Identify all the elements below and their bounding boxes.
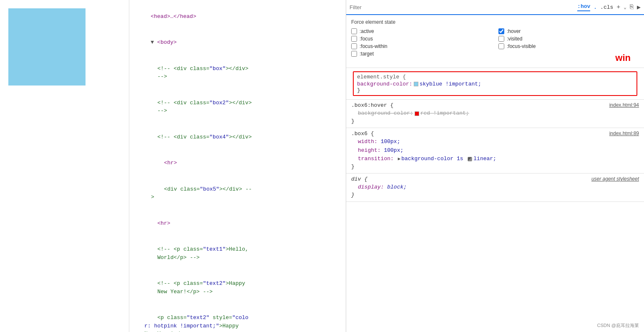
triangle-down-icon: ▼ <box>151 39 157 45</box>
dom-line-body-open[interactable]: ▼ <body> <box>129 30 346 56</box>
visited-checkbox[interactable] <box>498 36 504 42</box>
rule-close-3: } <box>351 192 639 198</box>
rule-div-ua: div { user agent stylesheet display: blo… <box>346 174 644 202</box>
prop-transition-val: background-color 1s <box>401 155 463 163</box>
subscript-icon: ⌄ <box>624 5 626 10</box>
dom-line-p[interactable]: <p class="text2" style="color: hotpink !… <box>129 305 346 332</box>
hov-button[interactable]: :hov <box>577 3 590 11</box>
target-label: :target <box>360 51 374 57</box>
rule-box6-hover-prop: background-color: red !important; <box>351 109 639 118</box>
focus-label: :focus <box>360 36 373 42</box>
force-state-visited[interactable]: :visited <box>498 36 639 42</box>
dom-line-box5[interactable]: <div class="box5"></div> --> <box>129 176 346 210</box>
rule-box6-selector: .box6 { index.html:89 <box>351 131 639 137</box>
hov-dot: . <box>594 4 597 10</box>
rule-div-selector: div { user agent stylesheet <box>351 176 639 182</box>
rule-box6: .box6 { index.html:89 width: 100px; heig… <box>346 128 644 174</box>
hover-checkbox[interactable] <box>498 28 504 34</box>
cls-button[interactable]: .cls <box>600 4 613 10</box>
dom-comment-text1: <!-- <p class="text1">Hello, World</p> -… <box>144 246 249 261</box>
active-checkbox[interactable] <box>351 28 357 34</box>
force-state-section: Force element state :active :focus :focu… <box>346 15 644 68</box>
hover-label: :hover <box>507 28 521 34</box>
dom-comment-box2: <!-- <div class="box2"></div> --> <box>144 100 252 114</box>
prop-display-name: display: <box>358 183 384 192</box>
csdn-footer: CSDN @庇耳拉海莱 <box>597 322 639 329</box>
red-swatch-icon[interactable] <box>415 111 419 116</box>
force-state-active[interactable]: :active <box>351 28 492 34</box>
force-state-focus-visible[interactable]: :focus-visible <box>498 43 639 49</box>
force-state-hover[interactable]: :hover <box>498 28 639 34</box>
dom-tag-hr1: <hr> <box>164 160 177 166</box>
dom-tag-box5: <div class="box5"></div> --> <box>151 186 252 201</box>
force-state-focus-within[interactable]: :focus-within <box>351 43 492 49</box>
rule-close-1: } <box>351 118 639 124</box>
prop-height-name: height: <box>358 146 381 155</box>
dom-comment-box: <!-- <div class="box"></div> --> <box>144 65 249 80</box>
selector-text-box6: .box6 { <box>351 131 374 137</box>
dom-line-comment5[interactable]: <!-- <p class="text2">Happy New Year!</p… <box>129 271 346 305</box>
dom-tag-head: <head>…</head> <box>151 13 196 20</box>
selector-text-div: div { <box>351 176 367 182</box>
rule-div-display: display: block; <box>351 183 639 192</box>
selector-text: .box6:hover { <box>351 102 393 108</box>
filter-input[interactable] <box>350 4 574 10</box>
focus-checkbox[interactable] <box>351 36 357 42</box>
dom-line-hr2[interactable]: <hr> <box>129 210 346 236</box>
source-ua: user agent stylesheet <box>591 176 639 182</box>
force-state-grid: :active :focus :focus-within :target <box>351 28 639 63</box>
preview-box <box>8 8 86 86</box>
dom-line-comment3[interactable]: <!-- <div class="box4"></div> <box>129 124 346 150</box>
dom-comment-text2: <!-- <p class="text2">Happy New Year!</p… <box>144 280 245 295</box>
prop-background-color-strikethrough: background-color: <box>358 109 413 118</box>
force-state-focus[interactable]: :focus <box>351 36 492 42</box>
focus-visible-checkbox[interactable] <box>498 43 504 49</box>
focus-within-label: :focus-within <box>360 43 387 49</box>
source-link-89[interactable]: index.html:89 <box>609 131 639 136</box>
source-link-94[interactable]: index.html:94 <box>609 102 639 108</box>
element-style-prop-name: background-color: <box>357 81 413 87</box>
rule-box6-hover: .box6:hover { index.html:94 background-c… <box>346 100 644 128</box>
prop-transition-name: transition: <box>358 155 394 163</box>
rule-box6-width: width: 100px; <box>351 138 639 146</box>
css-toolbar: :hov . .cls + ⌄ ⎘ ▶ <box>346 0 644 15</box>
prop-width-val: 100px; <box>381 138 400 146</box>
prop-width-name: width: <box>358 138 377 146</box>
css-panel: :hov . .cls + ⌄ ⎘ ▶ Force element state … <box>346 0 644 332</box>
element-style-selector: element.style { <box>357 74 633 80</box>
force-state-target[interactable]: :target <box>351 51 492 57</box>
visited-label: :visited <box>507 36 522 42</box>
rule-box6-height: height: 100px; <box>351 146 639 155</box>
dom-tag-hr2: <hr> <box>157 220 170 226</box>
element-style-close: } <box>357 87 633 93</box>
prop-display-val: block; <box>387 183 407 192</box>
prop-red-value: red !important; <box>420 109 469 118</box>
rule-close-2: } <box>351 163 639 170</box>
element-style-block: element.style { background-color: skyblu… <box>353 71 637 96</box>
target-checkbox[interactable] <box>351 51 357 57</box>
dom-tag-body: <body> <box>157 39 177 45</box>
element-style-prop: background-color: skyblue !important; <box>357 81 633 87</box>
rule-box6-transition: transition: ▶ background-color 1s linear… <box>351 155 639 163</box>
dom-line-head[interactable]: <head>…</head> <box>129 3 346 30</box>
triangle-icon: ▶ <box>398 156 401 163</box>
add-rule-button[interactable]: + <box>616 4 620 11</box>
prop-transition-linear: linear; <box>473 155 496 163</box>
dom-tag-p: <p class="text2" style="color: hotpink !… <box>144 314 249 332</box>
skyblue-swatch-icon[interactable] <box>414 82 418 86</box>
dom-comment-box4: <!-- <div class="box4"></div> <box>157 134 252 140</box>
copy-button[interactable]: ⎘ <box>630 4 634 11</box>
play-button[interactable]: ▶ <box>637 3 641 11</box>
force-state-title: Force element state <box>351 19 639 25</box>
focus-within-checkbox[interactable] <box>351 43 357 49</box>
dom-line-hr1[interactable]: <hr> <box>129 150 346 176</box>
dom-line-comment1[interactable]: <!-- <div class="box"></div> --> <box>129 55 346 90</box>
prop-height-val: 100px; <box>384 146 403 155</box>
linear-swatch-icon[interactable] <box>468 157 472 161</box>
dom-line-comment4[interactable]: <!-- <p class="text1">Hello, World</p> -… <box>129 236 346 271</box>
preview-panel <box>0 0 129 332</box>
dom-line-comment2[interactable]: <!-- <div class="box2"></div> --> <box>129 90 346 124</box>
dom-panel[interactable]: <head>…</head> ▼ <body> <!-- <div class=… <box>129 0 346 332</box>
element-style-prop-val: skyblue !important; <box>420 81 481 87</box>
rule-box6-hover-selector: .box6:hover { index.html:94 <box>351 102 639 108</box>
